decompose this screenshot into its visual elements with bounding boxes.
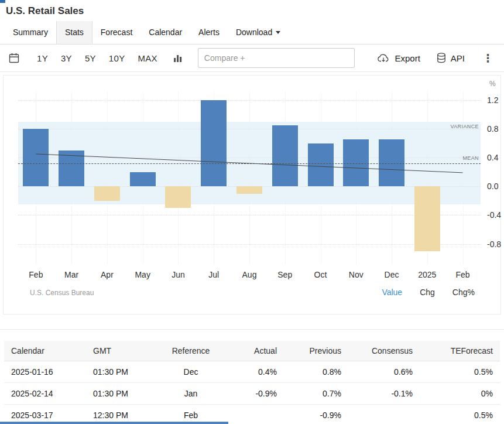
table-cell: Jan (155, 383, 227, 405)
bar-aug (236, 186, 262, 193)
table-cell: 2025-03-17 (4, 405, 86, 424)
y-tick-label: 0.0 (487, 182, 498, 191)
table-cell: 0.5% (420, 405, 500, 424)
table-cell: -0.9% (284, 405, 348, 424)
table-row: 2025-01-1601:30 PMDec0.4%0.8%0.6%0.5% (4, 361, 500, 383)
range-3y[interactable]: 3Y (54, 53, 78, 63)
table-cell: 01:30 PM (86, 361, 155, 383)
plot-area: MEANVARIANCE (18, 91, 481, 264)
table-cell: Feb (155, 405, 227, 424)
vertical-gridline (178, 91, 179, 264)
gridline (18, 244, 481, 245)
api-button[interactable]: API (437, 53, 465, 63)
table-header-gmt: GMT (86, 341, 155, 361)
y-tick-label: -0.4 (487, 210, 501, 220)
api-label: API (451, 53, 465, 63)
bar-apr (94, 186, 120, 201)
table-header-reference: Reference (155, 341, 227, 361)
x-tick-label: 2025 (409, 270, 445, 279)
table-cell: 01:30 PM (86, 383, 155, 405)
page-title: U.S. Retail Sales (0, 0, 504, 21)
toolbar-right: Export API ⋮ (361, 53, 496, 64)
table-cell: -0.9% (227, 383, 284, 405)
table-cell: 0.6% (348, 361, 420, 383)
table-header-row: CalendarGMTReferenceActualPreviousConsen… (4, 341, 500, 361)
tab-summary[interactable]: Summary (5, 21, 56, 44)
tab-calendar[interactable]: Calendar (140, 21, 190, 44)
table-row: 2025-02-1401:30 PMJan-0.9%0.7%-0.1%0% (4, 383, 500, 405)
view-link-chg[interactable]: Chg (420, 288, 435, 297)
database-icon (437, 53, 446, 63)
x-tick-label: Oct (303, 270, 338, 279)
x-tick-label: Nov (338, 270, 374, 279)
axis-unit-label: % (489, 80, 496, 88)
bar-2025 (414, 186, 440, 251)
x-tick-label: Jun (160, 270, 196, 279)
x-tick-label: Apr (90, 270, 125, 279)
tab-stats[interactable]: Stats (56, 21, 92, 44)
vertical-gridline (249, 91, 250, 264)
view-link-chgpct[interactable]: Chg% (452, 288, 475, 297)
tab-forecast[interactable]: Forecast (92, 21, 140, 44)
vertical-gridline (463, 91, 464, 264)
x-tick-label: Aug (232, 270, 268, 279)
tab-alerts[interactable]: Alerts (190, 21, 228, 44)
range-max[interactable]: MAX (131, 53, 163, 63)
table-header-calendar: Calendar (4, 341, 86, 361)
table-cell: 0% (420, 383, 500, 405)
x-tick-label: May (125, 270, 160, 279)
compare-input[interactable] (198, 48, 355, 68)
table-cell: 2025-02-14 (4, 383, 86, 405)
partial-row-strip (0, 422, 228, 424)
table-header-actual: Actual (227, 341, 284, 361)
table-cell: 0.4% (227, 361, 284, 383)
bar-may (130, 172, 156, 187)
table-header-teforecast: TEForecast (420, 341, 500, 361)
bar-chart-icon[interactable] (173, 53, 183, 63)
tab-download[interactable]: Download (228, 21, 289, 44)
x-tick-label: Feb (18, 270, 54, 279)
table-cell: -0.1% (348, 383, 420, 405)
gridline (18, 215, 481, 216)
corner-mark (0, 0, 5, 3)
table-cell: 0.8% (284, 361, 348, 383)
export-button[interactable]: Export (377, 53, 420, 63)
results-table: CalendarGMTReferenceActualPreviousConsen… (4, 341, 500, 424)
tab-bar: SummaryStatsForecastCalendarAlertsDownlo… (0, 21, 504, 45)
table-cell: 12:30 PM (86, 405, 155, 424)
bar-mar (59, 151, 84, 186)
range-5y[interactable]: 5Y (78, 53, 102, 63)
table-body: 2025-01-1601:30 PMDec0.4%0.8%0.6%0.5%202… (4, 361, 500, 424)
y-tick-label: 0.4 (487, 153, 498, 162)
section-divider (0, 329, 504, 330)
chevron-down-icon (276, 31, 280, 34)
bar-oct (308, 143, 334, 187)
range-10y[interactable]: 10Y (102, 53, 132, 63)
gridline (18, 129, 481, 129)
table-header-consensus: Consensus (348, 341, 420, 361)
mean-line (18, 163, 481, 164)
y-axis: % 1.20.80.40.0-0.4-0.8 (485, 91, 504, 264)
table-cell: 0.7% (284, 383, 348, 405)
view-links: ValueChgChg% (382, 288, 475, 297)
view-link-value[interactable]: Value (382, 288, 402, 297)
kebab-menu-icon[interactable]: ⋮ (480, 53, 496, 64)
range-1y[interactable]: 1Y (30, 53, 54, 63)
table-cell: Dec (155, 361, 227, 383)
x-tick-label: Feb (445, 270, 481, 279)
x-tick-label: Dec (374, 270, 410, 279)
x-tick-label: Sep (267, 270, 303, 279)
table-cell: 2025-01-16 (4, 361, 86, 383)
bar-jun (165, 186, 191, 208)
y-tick-label: 1.2 (487, 95, 498, 105)
table-cell (227, 405, 284, 424)
variance-label: VARIANCE (450, 124, 479, 129)
chart-card: MEANVARIANCE % 1.20.80.40.0-0.4-0.8 FebM… (3, 75, 501, 314)
gridline (18, 100, 481, 101)
y-tick-label: 0.8 (487, 124, 498, 134)
x-axis-labels: FebMarAprMayJunJulAugSepOctNovDec2025Feb (18, 270, 481, 279)
vertical-gridline (107, 91, 108, 264)
x-tick-label: Mar (54, 270, 90, 279)
calendar-icon[interactable] (8, 52, 20, 64)
bar-sep (272, 125, 298, 186)
